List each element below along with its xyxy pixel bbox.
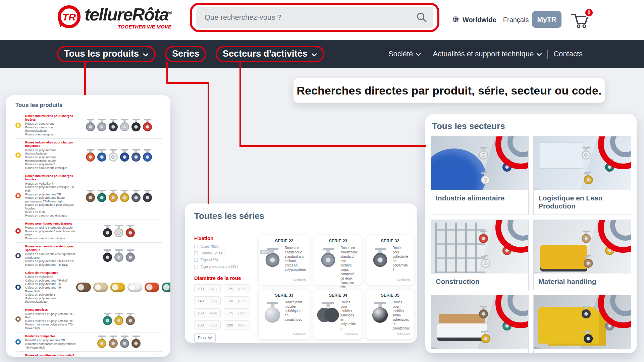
category-sub-item[interactable]: Roues en caoutchouc élastique [25, 166, 76, 170]
product-category-row[interactable]: Roues et roulettes en polyamide 6 confor… [15, 351, 162, 357]
category-sub-item[interactable]: Roues en caoutchouc silicone [25, 237, 76, 240]
category-sub-item[interactable]: Roues motrice en polyurethane TR-PowerHi… [25, 323, 76, 330]
category-title[interactable]: Roues industrielles pour charges moyenne… [25, 141, 76, 148]
series-card[interactable]: SERIE 32Roues pour collectivité en polya… [366, 235, 414, 285]
category-sub-item[interactable]: Roues en polyurethane TR ESD [25, 263, 76, 267]
sector-card[interactable]: Écologie [533, 295, 631, 353]
diameter-filter-button[interactable]: 160(464) [194, 308, 221, 317]
category-sub-item[interactable]: Roues en caoutchouc thermoplastique [25, 126, 76, 133]
fixation-checkbox-option[interactable]: Oueil (618) [194, 244, 250, 248]
checkbox[interactable] [194, 265, 198, 268]
series-card-description: Roues pour mobilier jumelées en polyamid… [340, 300, 358, 332]
series-card-body: Roues pour mobilier sphériques en caoutc… [263, 300, 306, 332]
wheel-part [89, 155, 92, 159]
product-category-row[interactable]: Roues motricesRoues motrices en polyuret… [15, 306, 162, 332]
wheel-part [482, 237, 485, 240]
product-category-row[interactable]: Roues industrielles pour charges lourdes… [15, 172, 162, 220]
brand-logo[interactable]: TR tellureRôta® TOGETHER WE MOVE [56, 4, 171, 31]
connector-secteurs-v [239, 62, 241, 147]
category-sub-item[interactable]: Roues en polyuréthane thermoplastique so… [25, 156, 76, 163]
category-sub-item[interactable]: Roues en polyamide 6 pour charges lourde… [25, 203, 76, 210]
category-title[interactable]: Roues avec resistance electrique spécifi… [25, 245, 76, 252]
fixation-checkbox-option[interactable]: Tige a expansion (18) [194, 264, 250, 268]
series-card[interactable]: SERIE 35Roues pour mobilier semi-sphériq… [366, 290, 414, 339]
filter-diameter-heading: Diamètre de la roue [194, 275, 250, 281]
sector-card[interactable]: Material handling [533, 220, 631, 290]
category-sub-item[interactable]: Roues en polyuréthane élastique TR-Roll [25, 185, 76, 192]
category-title[interactable]: Roues motrices [25, 308, 76, 312]
category-sub-item[interactable]: Roues en polyuréthane TR [25, 193, 76, 196]
category-sub-item[interactable]: Roues en Vulkollan® [25, 182, 76, 186]
category-title[interactable]: Roues et roulettes en polyamide 6 confor… [25, 354, 76, 357]
category-sub-item[interactable]: Roues en polyurethane TR-Roll ESD [25, 259, 76, 263]
category-sub-item[interactable]: Galets en polyurethane TR-Roll [25, 279, 76, 283]
nav-item-soci-t-[interactable]: Société [388, 50, 421, 58]
sector-card[interactable]: Construction [431, 220, 529, 290]
language-selector[interactable]: Français [503, 16, 529, 24]
checkbox[interactable] [194, 245, 198, 248]
category-title[interactable]: Galets de transpalettes [25, 271, 76, 275]
search-input[interactable] [196, 13, 433, 22]
nav-item-contacts[interactable]: Contacts [553, 50, 583, 58]
category-sub-item[interactable]: Roues en caoutchouc [25, 122, 76, 126]
category-sub-item[interactable]: Roues en polyuréthane thermoplastique [25, 148, 76, 156]
fixation-checkbox-option[interactable]: Tige (165) [194, 258, 250, 262]
mytr-button[interactable]: MyTR [532, 11, 561, 28]
more-filters-button[interactable]: Plus [194, 333, 216, 343]
cart-button[interactable]: 0 [571, 11, 591, 30]
category-sub-item[interactable]: Roues en fonte [25, 210, 76, 214]
sector-card[interactable]: Logistique en Lean Production [533, 136, 631, 215]
category-sub-item[interactable]: Roulettes en polyurethane TR [25, 339, 76, 342]
checkbox[interactable] [194, 251, 198, 255]
category-title[interactable]: Roues industrielles pour charges lourdes [25, 174, 76, 181]
series-card[interactable]: SERIE 22NOXRoues en caoutchouc standard … [259, 235, 310, 285]
nav-item-actualit-s-et-support-technique[interactable]: Actualités et support technique [433, 50, 542, 58]
product-category-row[interactable]: Roues industrielles pour charges légères… [15, 112, 162, 138]
region-selector[interactable]: Worldwide [463, 16, 496, 24]
category-sub-item[interactable]: Galets en Vulkollan® [25, 275, 76, 279]
product-category-row[interactable]: Roues pour hautes températuresRoues en r… [15, 220, 162, 242]
category-sub-item[interactable]: Galets en polyurethane TR-PowerHigh [25, 286, 76, 293]
wheel-image [145, 283, 159, 292]
product-category-row[interactable]: Roues avec resistance electrique spécifi… [15, 242, 162, 269]
checkbox[interactable] [194, 258, 198, 262]
category-sub-item[interactable]: Roues en caoutchouc électriquement condu… [25, 252, 76, 259]
category-sub-item[interactable]: Roues motrices en polyurethane TR [25, 319, 76, 323]
diameter-filter-button[interactable]: 180(151) [194, 320, 221, 329]
category-sub-item[interactable]: Roues pneumatiques [25, 133, 76, 136]
category-title[interactable]: Roulettes compactes [25, 335, 76, 338]
nav-item-series[interactable]: Series [165, 46, 206, 62]
nav-item-tous-les-produits[interactable]: Tous les produits [57, 46, 156, 62]
diameter-filter-button[interactable]: 150(617) [224, 296, 250, 305]
fixation-checkbox-option[interactable]: Platine (2768) [194, 251, 250, 255]
category-sub-item[interactable]: Roues en polyamide 6 avec fibres de verr… [25, 230, 76, 237]
diameter-filter-button[interactable]: 140(55) [194, 296, 221, 305]
search-icon[interactable] [416, 12, 427, 24]
product-category-row[interactable]: Galets de transpalettesGalets en Vulkoll… [15, 269, 162, 306]
category-color-icon [15, 285, 21, 290]
diameter-filter-button[interactable]: 200(866) [224, 320, 250, 329]
category-sub-item[interactable]: Roulettes compactes en polyurethane TR-P… [25, 342, 76, 349]
category-sub-item[interactable]: Roues en résine thermodurcissable [25, 226, 76, 230]
category-sub-item[interactable]: Roues motrices en polyurethane TR-Roll [25, 312, 76, 319]
search-bar[interactable] [196, 7, 433, 28]
category-title[interactable]: Roues industrielles pour charges légères [25, 114, 76, 121]
diameter-filter-button[interactable]: 125(679) [224, 284, 250, 293]
nav-item-secteurs-d-activit-s[interactable]: Secteurs d'activités [216, 46, 324, 62]
category-sub-item[interactable]: Roues en polyuréthane haute performance … [25, 196, 76, 203]
category-title[interactable]: Roues pour hautes températures [25, 222, 76, 226]
series-card[interactable]: SERIE 23Roues en caoutchouc standard non… [314, 235, 362, 285]
diameter-filter-button[interactable]: 100(541) [194, 284, 221, 293]
category-sub-item[interactable]: Roues en polyamide 6 [25, 163, 76, 166]
diameter-filter-button[interactable]: 175(100) [224, 308, 250, 317]
product-category-row[interactable]: Roulettes compactesRoulettes en polyuret… [15, 332, 162, 351]
category-sub-item[interactable]: Galets en polyurethane TR [25, 282, 76, 286]
category-sub-item[interactable]: Galets en polyamide 6 [25, 293, 76, 297]
series-card[interactable]: SERIE 33Roues pour mobilier sphériques e… [259, 290, 310, 339]
chevron-down-icon [311, 49, 317, 59]
category-sub-item[interactable]: Roues en caoutchouc élastique [25, 214, 76, 218]
sector-card[interactable]: Industrie alimentaire [431, 136, 529, 215]
product-category-row[interactable]: Roues industrielles pour charges moyenne… [15, 138, 162, 172]
sector-card[interactable]: Systèmes robotisés [431, 295, 529, 353]
category-sub-item[interactable]: Galets en polyurethane thermoplastique [25, 297, 76, 304]
